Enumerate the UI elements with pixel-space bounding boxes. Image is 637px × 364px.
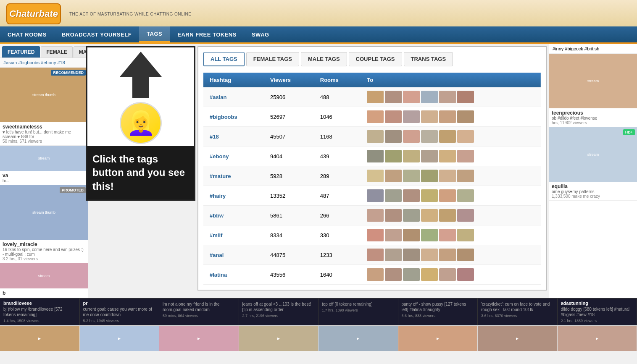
tag-cell[interactable]: #latina: [203, 265, 264, 285]
bottom-thumb-item[interactable]: ▶: [239, 326, 319, 351]
thumb-cell[interactable]: [457, 130, 474, 143]
bottom-thumb-item[interactable]: ▶: [398, 326, 478, 351]
thumb-cell[interactable]: [421, 110, 438, 123]
thumb-cell[interactable]: [367, 209, 384, 222]
thumb-cell[interactable]: [385, 91, 402, 103]
thumb-cell[interactable]: [439, 130, 456, 143]
thumb-cell[interactable]: [403, 249, 420, 261]
bottom-stream-item[interactable]: im not alone my friend is in the room.go…: [159, 299, 239, 325]
bottom-thumb-item[interactable]: ▶: [478, 326, 558, 351]
nav-chatrooms[interactable]: CHAT ROOMS: [0, 26, 54, 42]
thumb-cell[interactable]: [403, 209, 420, 222]
thumb-cell[interactable]: [421, 189, 438, 202]
tag-tab-couple[interactable]: COUPLE TAGS: [349, 52, 402, 66]
tag-cell[interactable]: #anal: [203, 245, 264, 265]
thumb-cell[interactable]: [385, 130, 402, 143]
thumb-cell[interactable]: [385, 170, 402, 182]
table-row[interactable]: #bbw5861266: [203, 206, 541, 225]
tag-cell[interactable]: #18: [203, 127, 264, 147]
thumb-cell[interactable]: [439, 91, 456, 103]
thumb-cell[interactable]: [385, 189, 402, 202]
tag-tab-all[interactable]: ALL TAGS: [203, 52, 245, 66]
thumb-cell[interactable]: [439, 249, 456, 261]
thumb-cell[interactable]: [439, 268, 456, 281]
thumb-cell[interactable]: [385, 268, 402, 281]
nav-tags[interactable]: TAGS: [139, 26, 170, 42]
stream-item[interactable]: stream thumb RECOMMENDED sweetnamelesss …: [0, 68, 88, 146]
thumb-cell[interactable]: [457, 170, 474, 182]
thumb-cell[interactable]: [403, 110, 420, 123]
thumb-cell[interactable]: [457, 268, 474, 281]
filter-tab-featured[interactable]: FEATURED: [2, 46, 40, 58]
thumb-cell[interactable]: [367, 268, 384, 281]
thumb-cell[interactable]: [367, 130, 384, 143]
bottom-thumb-item[interactable]: ▶: [80, 326, 160, 351]
logo[interactable]: Chaturbate: [6, 3, 61, 24]
stream-item[interactable]: stream b: [0, 263, 88, 298]
tag-cell[interactable]: #mature: [203, 166, 264, 186]
table-row[interactable]: #18455071168: [203, 127, 541, 147]
thumb-cell[interactable]: [367, 170, 384, 182]
tag-tab-female[interactable]: FEMALE TAGS: [246, 52, 299, 66]
thumb-cell[interactable]: [457, 229, 474, 241]
thumb-cell[interactable]: [367, 249, 384, 261]
thumb-cell[interactable]: [421, 170, 438, 182]
bottom-stream-item[interactable]: adastunning dildo doggy [680 tokens left…: [558, 299, 637, 325]
bottom-stream-item[interactable]: panty off - show pussy [127 tokens left]…: [398, 299, 478, 325]
thumb-cell[interactable]: [439, 189, 456, 202]
tag-cell[interactable]: #milf: [203, 225, 264, 245]
table-row[interactable]: #bigboobs526971046: [203, 107, 541, 127]
table-row[interactable]: #latina435561640: [203, 265, 541, 285]
bottom-stream-item[interactable]: jeans off at goal <3 ...103 is the best!…: [239, 299, 319, 325]
nav-broadcast[interactable]: BROADCAST YOURSELF: [54, 26, 139, 42]
tag-cell[interactable]: #asian: [203, 87, 264, 107]
thumb-cell[interactable]: [403, 130, 420, 143]
thumb-cell[interactable]: [403, 189, 420, 202]
thumb-cell[interactable]: [457, 189, 474, 202]
table-row[interactable]: #anal448751233: [203, 245, 541, 265]
nav-earn-tokens[interactable]: EARN FREE TOKENS: [170, 26, 244, 42]
thumb-cell[interactable]: [457, 249, 474, 261]
bottom-stream-item[interactable]: 'crazyticket': cum on face to vote and r…: [478, 299, 558, 325]
table-row[interactable]: #ebony9404439: [203, 147, 541, 166]
thumb-cell[interactable]: [403, 91, 420, 103]
right-stream-item[interactable]: stream HD+ equllla ome guys♥my patterns …: [549, 127, 637, 201]
thumb-cell[interactable]: [421, 130, 438, 143]
bottom-stream-item[interactable]: top off [0 tokens remaining] 1.7 hrs, 13…: [318, 299, 398, 325]
filter-tab-female[interactable]: FEMALE: [41, 46, 72, 58]
thumb-cell[interactable]: [367, 229, 384, 241]
thumb-cell[interactable]: [367, 150, 384, 162]
bottom-stream-item[interactable]: pr current goal: cause you want more of …: [80, 299, 160, 325]
table-row[interactable]: #mature5928289: [203, 166, 541, 186]
table-row[interactable]: #milf8334330: [203, 225, 541, 245]
thumb-cell[interactable]: [439, 229, 456, 241]
thumb-cell[interactable]: [385, 229, 402, 241]
thumb-cell[interactable]: [457, 150, 474, 162]
thumb-cell[interactable]: [421, 150, 438, 162]
tag-tab-male[interactable]: MALE TAGS: [301, 52, 347, 66]
nav-swag[interactable]: SWAG: [244, 26, 277, 42]
thumb-cell[interactable]: [403, 229, 420, 241]
thumb-cell[interactable]: [367, 110, 384, 123]
thumb-cell[interactable]: [403, 170, 420, 182]
stream-item[interactable]: stream va hi...: [0, 146, 88, 185]
thumb-cell[interactable]: [421, 268, 438, 281]
table-row[interactable]: #asian25906488: [203, 87, 541, 107]
thumb-cell[interactable]: [439, 110, 456, 123]
thumb-cell[interactable]: [403, 150, 420, 162]
thumb-cell[interactable]: [385, 209, 402, 222]
thumb-cell[interactable]: [421, 249, 438, 261]
bottom-thumb-item[interactable]: ▶: [159, 326, 239, 351]
bottom-thumb-item[interactable]: ▶: [0, 326, 80, 351]
thumb-cell[interactable]: [367, 91, 384, 103]
thumb-cell[interactable]: [421, 209, 438, 222]
bottom-thumb-item[interactable]: ▶: [318, 326, 398, 351]
thumb-cell[interactable]: [385, 249, 402, 261]
tag-cell[interactable]: #ebony: [203, 147, 264, 166]
thumb-cell[interactable]: [439, 170, 456, 182]
tag-cell[interactable]: #bbw: [203, 206, 264, 225]
thumb-cell[interactable]: [385, 110, 402, 123]
tag-cell[interactable]: #hairy: [203, 186, 264, 206]
thumb-cell[interactable]: [421, 229, 438, 241]
thumb-cell[interactable]: [457, 209, 474, 222]
